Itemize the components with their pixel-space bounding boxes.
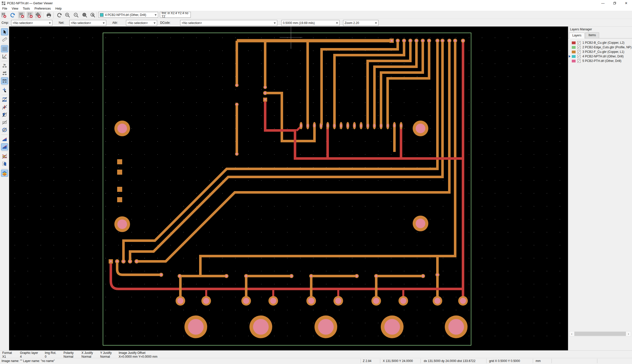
- svg-text:mm: mm: [2, 79, 6, 81]
- diff-mode-button[interactable]: [1, 136, 8, 143]
- cursor-shape-button[interactable]: [1, 87, 8, 94]
- units-inches-button[interactable]: in: [1, 62, 8, 69]
- show-grid-button[interactable]: [1, 45, 8, 52]
- layer-visibility-checkbox[interactable]: ✓: [577, 59, 581, 63]
- menu-preferences[interactable]: Preferences: [32, 7, 53, 10]
- layer-swatch[interactable]: [572, 46, 576, 49]
- grid-select[interactable]: 0.5000 mm (19.69 mils): [281, 20, 340, 26]
- zoom-fit-button[interactable]: [81, 12, 88, 18]
- minimize-button[interactable]: —: [597, 0, 609, 6]
- layer-swatch[interactable]: [572, 60, 576, 62]
- sketch-flashed-items-button[interactable]: [1, 96, 8, 103]
- zoom-selection-button[interactable]: [89, 12, 96, 18]
- status-divider: [486, 359, 487, 363]
- layers-manager-toggle-button[interactable]: [1, 170, 8, 177]
- highlight-mode-button[interactable]: [1, 153, 8, 160]
- redraw-button[interactable]: [56, 12, 63, 18]
- layer-visibility-checkbox[interactable]: ✓: [577, 46, 581, 49]
- layer-swatch[interactable]: [572, 51, 576, 53]
- restore-button[interactable]: [609, 0, 620, 6]
- info-graphic-layer: Graphic layer4: [20, 351, 38, 358]
- open-gerber-button[interactable]: [18, 12, 25, 18]
- clear-layers-button[interactable]: [0, 12, 7, 18]
- page-limits-button[interactable]: [1, 160, 8, 167]
- layer-row[interactable]: ✓3 PCB2-F_Cu.gbr (Copper, L1): [568, 50, 632, 54]
- layer-swatch[interactable]: [572, 41, 576, 44]
- layer-row[interactable]: ✓5 PCB2-PTH.drl (Other, Drill): [568, 59, 632, 63]
- sketch-lines-button[interactable]: [1, 104, 8, 111]
- layer-label: 2 PCB2-Edge_Cuts.gbr (Profile, NP): [582, 46, 631, 49]
- reload-layers-button[interactable]: [9, 12, 16, 18]
- zoom-selection-icon: [90, 12, 96, 18]
- layer-visibility-checkbox[interactable]: ✓: [577, 41, 581, 44]
- info-y-justify: Y JustifyNormal: [100, 351, 112, 358]
- svg-text:mil: mil: [3, 71, 6, 74]
- net-select[interactable]: <No selection>: [69, 20, 106, 26]
- layer-swatch[interactable]: [572, 55, 576, 58]
- tab-items[interactable]: Items: [585, 32, 599, 38]
- status-zoom: Z 2.84: [363, 359, 371, 363]
- layer-label: 5 PCB2-PTH.drl (Other, Drill): [582, 59, 621, 63]
- crosshair-cursor-icon: [2, 87, 7, 93]
- menu-file[interactable]: File: [0, 7, 9, 10]
- cursor-arrow-icon: [2, 29, 7, 35]
- open-job-icon: [35, 12, 41, 18]
- layer-visibility-checkbox[interactable]: ✓: [577, 55, 581, 58]
- show-negative-objects-button[interactable]: [1, 119, 8, 126]
- status-grid: grid X 0.5000 Y 0.5000: [489, 359, 520, 363]
- scroll-left-icon[interactable]: ‹: [570, 332, 574, 336]
- dcode-select[interactable]: <No selection>: [180, 20, 277, 26]
- gerber-viewer-window: PCB2-NPTH.drl — Gerber Viewer — ✕ File V…: [0, 0, 632, 364]
- pcb-artwork: [9, 27, 568, 350]
- active-layer-select[interactable]: 4 PCB2-NPTH.drl (Other, Drill): [98, 12, 158, 18]
- polar-coords-button[interactable]: θ: [1, 53, 8, 60]
- zoom-in-button[interactable]: [64, 12, 71, 18]
- close-button[interactable]: ✕: [620, 0, 632, 6]
- scroll-right-icon[interactable]: ›: [626, 332, 631, 336]
- layer-row[interactable]: ✓1 PCB2-B_Cu.gbr (Copper, L2): [568, 40, 632, 45]
- pcb-canvas[interactable]: [9, 27, 568, 350]
- ruler-icon: [2, 37, 7, 42]
- chevron-down-icon: [274, 22, 276, 24]
- menu-help[interactable]: Help: [53, 7, 64, 10]
- show-dcodes-button[interactable]: 01: [1, 126, 8, 133]
- selected-layer-arrow-icon: [569, 55, 571, 58]
- menu-view[interactable]: View: [9, 7, 20, 10]
- select-tool-button[interactable]: [1, 28, 8, 35]
- tab-layers[interactable]: Layers: [569, 33, 585, 38]
- status-divider: [552, 359, 552, 363]
- cmp-select[interactable]: <No selection>: [11, 20, 52, 26]
- xor-mode-button[interactable]: [1, 143, 8, 150]
- print-button[interactable]: [45, 12, 52, 18]
- net-value: <No selection>: [71, 21, 91, 25]
- layers-panel-scrollbar[interactable]: ‹ ›: [569, 331, 631, 336]
- layer-color-swatch: [100, 13, 103, 17]
- measure-tool-button[interactable]: [1, 36, 8, 43]
- open-job-button[interactable]: [35, 12, 41, 18]
- layer-row[interactable]: ✓2 PCB2-Edge_Cuts.gbr (Profile, NP): [568, 45, 632, 50]
- menu-tools[interactable]: Tools: [20, 7, 32, 10]
- page-limits-icon: [2, 161, 7, 167]
- zoom-value: Zoom 2.20: [345, 21, 359, 25]
- attr-select[interactable]: <No selection>: [126, 20, 157, 26]
- units-mm-button[interactable]: mm: [1, 77, 8, 84]
- polar-coords-icon: θ: [2, 54, 7, 59]
- scrollbar-thumb[interactable]: [574, 332, 626, 336]
- toolbar-separator: [2, 85, 8, 86]
- zoom-out-button[interactable]: [73, 12, 79, 18]
- left-toolbar: θ in mil mm: [0, 27, 9, 350]
- status-bar: Image name: "" Layer name: "no name" Z 2…: [0, 358, 632, 364]
- lines-sketch-icon: [2, 104, 7, 110]
- footprint-sketch-icon: [2, 97, 7, 102]
- zoom-select[interactable]: Zoom 2.20: [343, 20, 378, 26]
- attr-value: <No selection>: [128, 21, 148, 25]
- units-mils-button[interactable]: mil: [1, 70, 8, 77]
- open-drill-button[interactable]: [27, 12, 33, 18]
- chevron-down-icon: [103, 22, 105, 24]
- layer-visibility-checkbox[interactable]: ✓: [577, 50, 581, 54]
- info-x-justify: X JustifyNormal: [81, 351, 93, 358]
- sketch-polygons-button[interactable]: [1, 111, 8, 118]
- layer-row[interactable]: ✓4 PCB2-NPTH.drl (Other, Drill): [568, 54, 632, 59]
- format-info-box: fmt: in X2.4 Y2.4 no TZ: [160, 12, 191, 18]
- toolbar-separator: [2, 44, 8, 44]
